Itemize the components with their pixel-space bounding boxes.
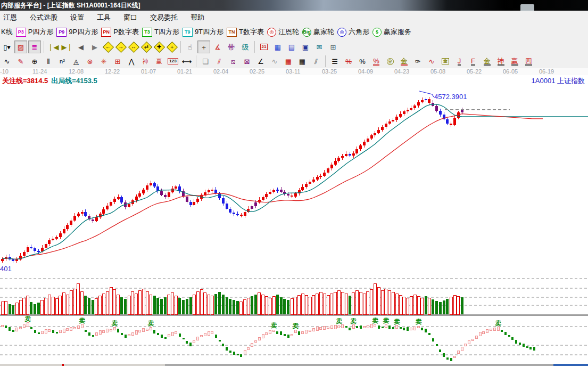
percent-strike-tool[interactable]: %: [342, 55, 355, 68]
black-grid-tool[interactable]: ▦: [296, 55, 309, 68]
menu-item-5[interactable]: 交易委托: [144, 11, 184, 24]
report-button[interactable]: ▤: [285, 40, 298, 53]
menu-item-6[interactable]: 帮助: [184, 11, 211, 24]
shape-button-K线[interactable]: K线: [1, 27, 13, 37]
ying-tool[interactable]: 赢: [153, 55, 165, 68]
ying-angle-tool[interactable]: 赢: [508, 55, 521, 68]
crosshair-tool-button-icon: ＋: [201, 44, 208, 51]
target-cross-tool[interactable]: ⊗: [84, 55, 96, 68]
box-select-tool[interactable]: ❏: [199, 55, 212, 68]
zoom-out-horizontal-button[interactable]: ↔: [128, 42, 139, 52]
four-angle-tool[interactable]: 四: [522, 55, 535, 68]
horizontal-scrollbar[interactable]: [0, 364, 588, 366]
gold-circle-tool-icon: 金: [387, 58, 394, 65]
prev-page-button[interactable]: ◀: [74, 40, 87, 53]
axis-date-label: 02-25: [250, 68, 264, 75]
menu-item-3[interactable]: 工具: [90, 11, 117, 24]
shape-button-T数字表[interactable]: TNT数字表: [227, 27, 264, 37]
shift-left-button[interactable]: ←: [103, 42, 113, 52]
hand-tool-button[interactable]: ☝: [184, 40, 196, 53]
pen-candle-tool[interactable]: ✑: [411, 55, 424, 68]
chip-distribution-button-icon: ▨: [18, 44, 24, 51]
compress-all-button[interactable]: ＋: [167, 42, 177, 52]
ruler-123-tool[interactable]: 123: [167, 55, 179, 68]
shift-right-button[interactable]: →: [115, 42, 126, 52]
j-angle-tool[interactable]: J: [453, 55, 466, 68]
shape-button-P数字表[interactable]: PNP数字表: [101, 27, 139, 37]
angle-measure-button[interactable]: ∡: [211, 40, 224, 53]
shape-button-赢家轮[interactable]: Big赢家轮: [302, 27, 334, 37]
volume-profile-button[interactable]: ≣: [28, 40, 41, 53]
price-ladder-tool[interactable]: ☰: [328, 55, 341, 68]
menu-item-4[interactable]: 窗口: [117, 11, 144, 24]
percent-line-tool[interactable]: %: [370, 55, 383, 68]
kline-style-button[interactable]: ▯▾: [1, 40, 13, 53]
dragon-tool-button[interactable]: 级: [239, 40, 252, 53]
shape-button-9P四方形[interactable]: P99P四方形: [56, 27, 98, 37]
angle-line-tool[interactable]: ∠: [254, 55, 267, 68]
axis-date-label: 02-04: [213, 68, 228, 75]
axis-date-label: 01-21: [177, 68, 192, 75]
j-angle-tool-icon: J: [458, 58, 461, 66]
mirror-angle-tool[interactable]: ◬: [70, 55, 82, 68]
radial-web-tool[interactable]: ✳: [97, 55, 110, 68]
shape-button-T四方形[interactable]: T3T四方形: [142, 27, 179, 37]
fan-lines-tool[interactable]: ⫽: [213, 55, 226, 68]
n2-grid-tool[interactable]: n²: [56, 55, 69, 68]
gold-angle-tool[interactable]: 金: [481, 55, 493, 68]
chip-distribution-button[interactable]: ▨: [14, 40, 27, 53]
menu-item-1[interactable]: 公式选股: [23, 11, 64, 24]
first-page-button[interactable]: ❘◀: [47, 40, 60, 53]
gann-band-button[interactable]: 带: [225, 40, 238, 53]
watch-line-label: 关注线=3814.5: [2, 77, 48, 85]
save-button[interactable]: ▣: [299, 40, 312, 53]
shape-label: K线: [1, 27, 13, 37]
parallel-lines-tool[interactable]: ⫽: [310, 55, 322, 68]
parallel-lines-tool-icon: ⫽: [314, 58, 318, 65]
send-button[interactable]: ✉: [313, 40, 326, 53]
wave-line-tool[interactable]: ∿: [268, 55, 281, 68]
shen-angle-tool[interactable]: 神: [494, 55, 507, 68]
grid-box-tool[interactable]: ⊠: [241, 55, 253, 68]
gann-compass-tool[interactable]: ⊕: [28, 55, 41, 68]
boxed-web-tool[interactable]: ⊞: [111, 55, 124, 68]
gold-box-tool[interactable]: 金: [439, 55, 452, 68]
expand-all-button[interactable]: ✚: [154, 42, 164, 52]
chart-canvas[interactable]: 卖卖卖卖卖卖卖卖卖卖卖卖卖: [0, 75, 588, 364]
gold-circle-tool[interactable]: 金: [384, 55, 396, 68]
calculator-button[interactable]: ▦: [271, 40, 284, 53]
last-page-button[interactable]: ▶❘: [61, 40, 73, 53]
arrow-glyph: →: [118, 44, 123, 50]
width-measure-tool[interactable]: ⟷: [180, 55, 193, 68]
ying-angle-tool-icon: 赢: [511, 58, 518, 66]
trend-pencil-tool[interactable]: ✎: [14, 55, 27, 68]
shape-button-9T四方形[interactable]: T99T四方形: [183, 27, 223, 37]
gold-line-tool[interactable]: 金: [397, 55, 410, 68]
shape-button-江恩轮[interactable]: ◎江恩轮: [267, 27, 299, 37]
n2-grid-tool-icon: n²: [60, 59, 65, 64]
s-curve-tool[interactable]: ∿: [1, 55, 13, 68]
next-page-button[interactable]: ▶: [88, 40, 101, 53]
fan-box-tool[interactable]: ⧅: [227, 55, 239, 68]
menu-item-0[interactable]: 江恩: [0, 11, 23, 24]
calendar-button[interactable]: 21: [258, 40, 270, 53]
gann-comb-tool[interactable]: ⫴: [42, 55, 55, 68]
sell-signal-label: 卖: [383, 317, 390, 324]
f-angle-tool[interactable]: F: [467, 55, 479, 68]
red-grid-tool[interactable]: ▦: [282, 55, 295, 68]
menu-item-2[interactable]: 设置: [64, 11, 90, 24]
percent-tool[interactable]: %: [356, 55, 369, 68]
kline-chart[interactable]: 卖卖卖卖卖卖卖卖卖卖卖卖卖 关注线=3814.5出局线=4153.5 1A000…: [0, 75, 588, 364]
price-ladder-tool-icon: ☰: [332, 58, 338, 65]
scrollbar-thumb[interactable]: [165, 364, 553, 366]
zoom-in-horizontal-button[interactable]: ⇄: [141, 42, 152, 52]
speed-line-tool[interactable]: ⋀: [125, 55, 138, 68]
trade-terminal-button[interactable]: ⊞: [327, 40, 339, 53]
wave-band-tool[interactable]: ∿: [425, 55, 438, 68]
shape-button-六角形[interactable]: ◎六角形: [337, 27, 369, 37]
first-page-button-icon: ❘◀: [48, 44, 59, 51]
crosshair-tool-button[interactable]: ＋: [197, 40, 210, 53]
shape-button-赢家服务[interactable]: $赢家服务: [372, 27, 411, 37]
shen-tool[interactable]: 神: [139, 55, 152, 68]
shape-button-P四方形[interactable]: P3P四方形: [16, 27, 54, 37]
